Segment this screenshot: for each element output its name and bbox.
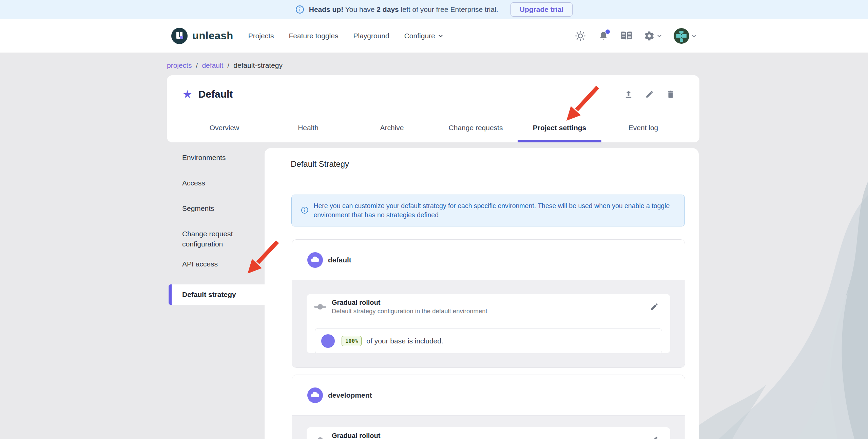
panel-title: Default Strategy — [265, 148, 699, 180]
tab-archive[interactable]: Archive — [350, 113, 434, 142]
project-title: Default — [198, 88, 233, 100]
breadcrumb-separator: / — [227, 61, 229, 69]
rollout-description: of your base is included. — [366, 337, 443, 345]
sidebar-item-default-strategy[interactable]: Default strategy — [169, 284, 271, 305]
profile-menu-button[interactable] — [674, 28, 697, 44]
nav-links: Projects Feature toggles Playground Conf… — [248, 32, 443, 40]
book-icon — [621, 31, 632, 41]
settings-sidebar: Environments Access Segments Change requ… — [169, 153, 271, 305]
nav-link-playground[interactable]: Playground — [353, 32, 389, 40]
admin-settings-button[interactable] — [644, 31, 662, 41]
info-icon — [295, 5, 304, 14]
edit-pencil-icon — [645, 90, 654, 99]
documentation-button[interactable] — [621, 30, 632, 42]
chevron-down-icon — [657, 33, 662, 39]
gradual-rollout-icon — [314, 303, 326, 310]
edit-strategy-button[interactable] — [649, 301, 660, 313]
sidebar-item-access[interactable]: Access — [169, 178, 271, 188]
strategy-subtitle: Default strategy configuration in the de… — [332, 307, 487, 315]
active-tab-indicator — [518, 140, 601, 142]
trial-banner: Heads up! You have 2 days left of your f… — [0, 0, 868, 19]
divider — [265, 180, 699, 180]
project-tabs: Overview Health Archive Change requests … — [167, 113, 699, 142]
theme-toggle-button[interactable] — [575, 30, 586, 42]
sidebar-item-segments[interactable]: Segments — [169, 203, 271, 214]
edit-project-button[interactable] — [644, 89, 655, 99]
default-strategy-panel: Default Strategy Here you can customize … — [265, 148, 699, 439]
delete-project-button[interactable] — [666, 89, 676, 99]
breadcrumb: projects / default / default-strategy — [167, 61, 283, 69]
avatar — [674, 28, 689, 44]
sidebar-item-change-request-configuration[interactable]: Change request configuration — [169, 229, 271, 249]
background-art — [678, 181, 868, 439]
chevron-down-icon — [438, 33, 443, 39]
tab-overview[interactable]: Overview — [182, 113, 266, 142]
navbar-actions — [575, 28, 697, 44]
top-navbar: unleash Projects Feature toggles Playgro… — [0, 19, 868, 53]
tab-project-settings[interactable]: Project settings — [518, 113, 601, 142]
nav-link-configure[interactable]: Configure — [404, 32, 443, 40]
environment-name: development — [328, 391, 372, 399]
configure-label: Configure — [404, 32, 435, 40]
notification-badge — [605, 29, 610, 34]
sidebar-item-label: Default strategy — [182, 290, 236, 300]
chevron-down-icon — [691, 33, 697, 39]
environment-card-development: development Gradual rollout Default stra… — [292, 375, 685, 439]
edit-strategy-button[interactable] — [649, 434, 660, 439]
breadcrumb-separator: / — [196, 61, 198, 69]
cloud-environment-icon — [307, 387, 323, 403]
tab-health[interactable]: Health — [266, 113, 350, 142]
info-icon — [301, 205, 308, 215]
edit-pencil-icon — [650, 302, 659, 311]
nav-link-feature-toggles[interactable]: Feature toggles — [289, 32, 339, 40]
tab-label: Project settings — [533, 124, 586, 132]
sun-icon — [575, 31, 586, 41]
export-icon — [624, 89, 633, 99]
sidebar-item-api-access[interactable]: API access — [169, 259, 271, 269]
export-button[interactable] — [623, 89, 634, 99]
breadcrumb-projects[interactable]: projects — [167, 61, 192, 69]
notifications-button[interactable] — [598, 30, 609, 42]
unleash-logo-icon — [171, 28, 188, 44]
brand-name: unleash — [192, 30, 233, 42]
favorite-star-icon[interactable]: ★ — [182, 89, 192, 100]
strategy-card: Gradual rollout Default strategy configu… — [307, 427, 670, 439]
rollout-pie-icon — [321, 334, 335, 348]
edit-pencil-icon — [650, 436, 659, 439]
breadcrumb-default[interactable]: default — [202, 61, 223, 69]
upgrade-trial-button[interactable]: Upgrade trial — [510, 2, 573, 17]
cloud-environment-icon — [307, 252, 323, 268]
rollout-percentage-badge: 100% — [342, 336, 362, 346]
project-header-card: ★ Default Overview Health Archive Change… — [167, 75, 699, 142]
strategy-card: Gradual rollout Default strategy configu… — [307, 294, 670, 353]
rollout-summary: 100% of your base is included. — [315, 328, 662, 353]
sidebar-item-environments[interactable]: Environments — [169, 153, 271, 163]
gradual-rollout-icon — [314, 437, 326, 439]
strategy-title: Gradual rollout — [332, 299, 487, 306]
strategy-title: Gradual rollout — [332, 432, 504, 439]
gear-icon — [644, 31, 655, 41]
breadcrumb-current: default-strategy — [233, 61, 283, 69]
environment-name: default — [328, 256, 351, 264]
info-alert: Here you can customize your default stra… — [291, 195, 685, 226]
trash-icon — [666, 90, 675, 99]
tab-event-log[interactable]: Event log — [601, 113, 685, 142]
trial-message: Heads up! You have 2 days left of your f… — [309, 5, 498, 14]
tab-change-requests[interactable]: Change requests — [434, 113, 518, 142]
unleash-logo[interactable]: unleash — [171, 28, 233, 44]
info-alert-text: Here you can customize your default stra… — [313, 201, 674, 220]
environment-card-default: default Gradual rollout Default strategy… — [292, 239, 685, 368]
nav-link-projects[interactable]: Projects — [248, 32, 274, 40]
